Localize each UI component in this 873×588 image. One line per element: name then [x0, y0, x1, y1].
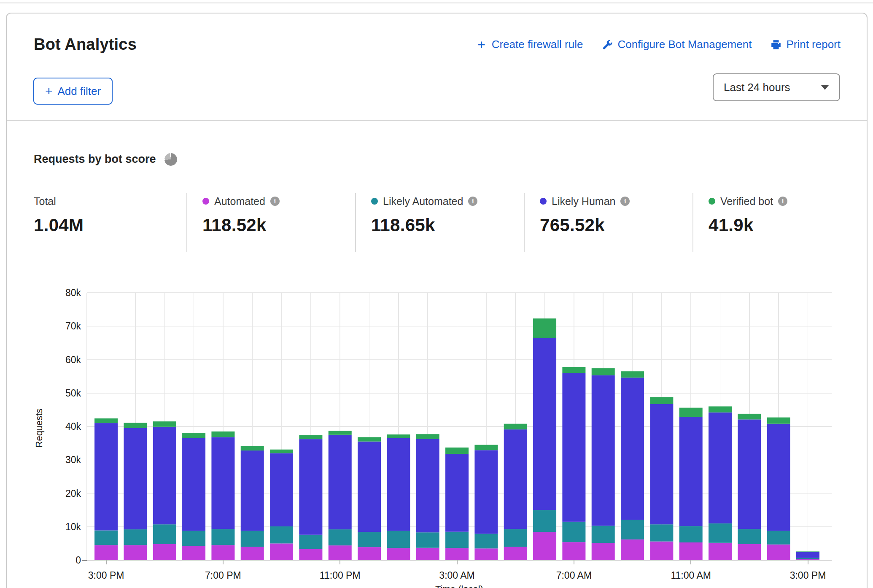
bar-segment-automated: [709, 543, 732, 560]
bar-segment-verified-bot: [650, 397, 673, 404]
stat-label: Verified bot: [720, 195, 773, 208]
bar-segment-likely-automated: [124, 529, 147, 545]
bar-600am: [533, 318, 556, 560]
bar-segment-likely-human: [387, 438, 410, 531]
chevron-down-icon: [821, 85, 829, 90]
bar-segment-verified-bot: [679, 408, 703, 417]
bar-segment-likely-automated: [474, 534, 498, 548]
add-filter-button[interactable]: + Add filter: [33, 78, 113, 105]
info-icon[interactable]: i: [778, 197, 787, 206]
bar-segment-automated: [650, 542, 673, 560]
bar-500am: [504, 424, 527, 560]
bar-segment-verified-bot: [767, 418, 790, 424]
bar-segment-likely-automated: [621, 520, 644, 539]
info-icon[interactable]: i: [620, 197, 630, 206]
stat-likely-human: Likely Humani765.52k: [540, 194, 630, 235]
bar-segment-automated: [182, 546, 205, 560]
bar-segment-likely-automated: [592, 526, 615, 543]
y-axis-title: Requests: [34, 409, 44, 448]
bar-segment-automated: [416, 548, 439, 560]
bar-segment-likely-human: [533, 338, 556, 510]
bar-segment-verified-bot: [94, 418, 118, 423]
bar-segment-likely-automated: [299, 535, 322, 549]
bar-segment-likely-automated: [709, 523, 732, 543]
info-icon[interactable]: i: [468, 197, 477, 206]
stat-verified-bot: Verified boti41.9k: [709, 194, 787, 235]
bar-segment-verified-bot: [124, 423, 147, 428]
plus-icon: +: [476, 39, 488, 51]
action-link-configure-bot-management[interactable]: Configure Bot Management: [601, 38, 752, 51]
action-label: Configure Bot Management: [617, 38, 752, 51]
bar-segment-verified-bot: [416, 434, 439, 439]
bar-segment-likely-human: [153, 427, 176, 524]
bar-segment-likely-human: [562, 373, 585, 522]
requests-by-bot-score-chart: 010k20k30k40k50k60k70k80k3:00 PM7:00 PM1…: [7, 267, 873, 588]
stat-value: 41.9k: [709, 215, 787, 235]
bar-segment-likely-human: [767, 424, 790, 531]
time-range-value: Last 24 hours: [724, 81, 790, 94]
bar-segment-likely-human: [650, 404, 673, 524]
x-tick-label: 3:00 PM: [790, 570, 826, 581]
bar-segment-likely-human: [796, 552, 819, 558]
bar-segment-verified-bot: [211, 432, 234, 437]
bar-segment-likely-automated: [211, 529, 234, 545]
bar-1200pm: [709, 406, 732, 560]
bar-segment-automated: [592, 543, 615, 560]
header-actions: +Create firewall ruleConfigure Bot Manag…: [476, 38, 841, 51]
bar-segment-automated: [153, 544, 176, 560]
action-label: Create firewall rule: [492, 38, 583, 51]
bar-segment-likely-automated: [358, 532, 381, 547]
action-label: Print report: [786, 38, 841, 51]
bar-segment-likely-automated: [504, 529, 527, 547]
bar-segment-automated: [358, 547, 381, 560]
y-tick-label: 0: [75, 555, 81, 566]
bar-segment-likely-automated: [416, 532, 439, 548]
y-tick-label: 20k: [65, 488, 81, 499]
bar-segment-automated: [94, 545, 118, 560]
stat-separator: [692, 193, 693, 252]
bar-segment-automated: [504, 547, 527, 560]
stat-value: 118.52k: [202, 215, 280, 235]
bar-700pm: [211, 432, 234, 560]
bar-300am: [445, 448, 469, 560]
bar-segment-likely-human: [299, 439, 322, 535]
bar-segment-likely-human: [709, 413, 732, 523]
bar-segment-verified-bot: [592, 368, 615, 375]
stat-value: 118.65k: [371, 215, 477, 235]
bar-600pm: [182, 433, 205, 560]
bar-segment-automated: [270, 543, 293, 560]
bar-segment-likely-automated: [650, 524, 673, 541]
bar-segment-likely-automated: [329, 529, 352, 545]
bar-segment-automated: [562, 542, 585, 560]
bar-1000pm: [299, 435, 322, 560]
bar-segment-likely-human: [358, 442, 381, 532]
bar-segment-verified-bot: [445, 448, 469, 454]
stat-label: Likely Human: [552, 195, 615, 208]
action-link-create-firewall-rule[interactable]: +Create firewall rule: [476, 38, 583, 51]
printer-icon: [770, 39, 782, 51]
bar-segment-automated: [445, 548, 469, 560]
bar-segment-likely-automated: [533, 510, 556, 532]
action-link-print-report[interactable]: Print report: [770, 38, 841, 51]
bar-900am: [621, 371, 644, 560]
pie-chart-icon: [164, 153, 177, 166]
legend-dot: [709, 198, 715, 205]
stat-separator: [524, 193, 525, 252]
wrench-icon: [601, 39, 613, 51]
bar-segment-verified-bot: [299, 435, 322, 440]
bar-100am: [387, 434, 410, 560]
y-tick-label: 70k: [65, 321, 81, 332]
bar-500pm: [153, 421, 176, 560]
time-range-select[interactable]: Last 24 hours: [713, 73, 840, 101]
bar-segment-verified-bot: [387, 434, 410, 438]
stat-automated: Automatedi118.52k: [202, 194, 280, 235]
bar-segment-likely-automated: [153, 524, 176, 544]
bar-segment-automated: [329, 545, 352, 560]
bar-segment-likely-human: [416, 439, 439, 532]
info-icon[interactable]: i: [270, 197, 280, 206]
y-tick-label: 50k: [65, 388, 81, 399]
bar-1100pm: [329, 431, 352, 560]
bar-700am: [562, 367, 585, 560]
bar-400pm: [124, 423, 147, 560]
bar-segment-verified-bot: [738, 414, 761, 419]
